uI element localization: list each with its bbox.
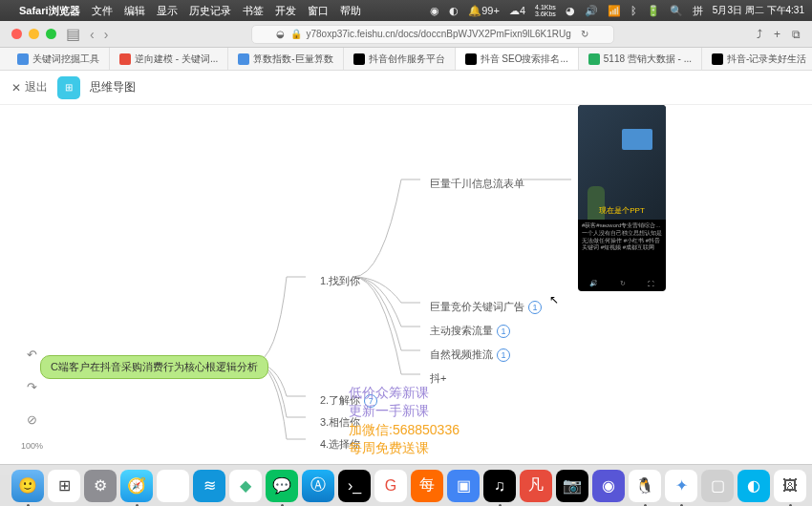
favicon-icon: [465, 53, 477, 65]
url-text: y78oxp37ic.feishu.cn/docs/doccnBpWJVX2Pm…: [306, 29, 570, 39]
clock[interactable]: 5月3日 周二 下午4:31: [713, 4, 804, 17]
safari-icon[interactable]: 🧭: [120, 470, 153, 502]
video-preview[interactable]: 现在是个PPT #获客#seoword专业营销综合... 一个人没有自己独立思想…: [578, 105, 666, 291]
bookmark-tab[interactable]: 5118 营销大数据 - ...: [579, 48, 702, 70]
vscode-icon[interactable]: ≋: [193, 470, 225, 502]
mindmap-leaf-sousuo[interactable]: 主动搜索流量1: [420, 320, 520, 342]
undo-button[interactable]: ↶: [22, 344, 43, 365]
bluetooth-icon[interactable]: ᛒ: [630, 5, 637, 16]
favicon-icon: [353, 53, 365, 65]
maximize-window-icon[interactable]: [46, 29, 56, 39]
browser-toolbar: ▤ ‹ › ◒ 🔒 y78oxp37ic.feishu.cn/docs/docc…: [0, 21, 812, 48]
connectors: [0, 105, 812, 468]
location-icon[interactable]: ◐: [449, 5, 459, 17]
camera-icon[interactable]: 📷: [556, 470, 588, 502]
app-orange-icon[interactable]: 每: [411, 470, 443, 502]
menu-edit[interactable]: 编辑: [124, 4, 145, 18]
preview-icon[interactable]: 🖼: [774, 470, 806, 502]
menu-help[interactable]: 帮助: [340, 4, 361, 18]
wechat-icon[interactable]: 💬: [266, 470, 298, 502]
menu-history[interactable]: 历史记录: [189, 4, 231, 18]
feishu-icon[interactable]: ✦: [665, 470, 697, 502]
video-description: #获客#seoword专业营销综合... 一个人没有自己独立思想认知是无法做任何…: [578, 220, 666, 255]
loop-icon[interactable]: ↻: [620, 280, 626, 287]
obs-icon[interactable]: ◉: [592, 470, 625, 502]
mindmap-leaf-tuiliu[interactable]: 自然视频推流1: [420, 344, 520, 366]
wechat-icon[interactable]: ◕: [566, 5, 575, 17]
app-cyan-icon[interactable]: ◐: [737, 470, 770, 502]
link-button[interactable]: ⊘: [22, 409, 43, 430]
document-toolbar: ✕ 退出 ⊞ 思维导图: [0, 71, 812, 105]
search-icon[interactable]: 🔍: [670, 5, 683, 17]
status-icon[interactable]: ◉: [430, 5, 439, 17]
mindmap-node-understand[interactable]: 2.了解你7: [310, 390, 387, 411]
input-icon[interactable]: 拼: [693, 4, 703, 18]
settings-icon[interactable]: ⚙: [84, 470, 117, 502]
menu-bookmarks[interactable]: 书签: [243, 4, 264, 18]
bookmark-tab[interactable]: 抖音-记录美好生活: [702, 48, 812, 70]
terminal-icon[interactable]: ›_: [338, 470, 371, 502]
exit-button[interactable]: ✕ 退出: [11, 79, 48, 95]
menu-window[interactable]: 窗口: [308, 4, 329, 18]
bookmark-tab[interactable]: 关键词挖掘工具: [8, 48, 110, 70]
app-g-icon[interactable]: G: [374, 470, 407, 502]
wifi-icon[interactable]: 📶: [608, 5, 621, 17]
speaker-icon[interactable]: 🔊: [589, 280, 598, 287]
mindmap-node-trust[interactable]: 3.相信你: [310, 411, 370, 433]
qq-icon[interactable]: 🐧: [629, 470, 661, 502]
dingtalk-icon[interactable]: ◆: [229, 470, 262, 502]
app-red-icon[interactable]: 凡: [520, 470, 552, 502]
mindmap-node-find[interactable]: 1.找到你: [310, 270, 370, 292]
doc-title: 思维导图: [90, 79, 136, 95]
chrome-icon[interactable]: ◉: [157, 470, 189, 502]
network-speed: 4.1Kbs3.6Kbs: [535, 4, 556, 17]
zoom-level[interactable]: 100%: [21, 441, 43, 451]
app-grey-icon[interactable]: ▢: [701, 470, 734, 502]
sound-icon[interactable]: 🔊: [585, 5, 598, 17]
back-button[interactable]: ‹: [90, 27, 95, 42]
reload-icon[interactable]: ↻: [581, 29, 588, 39]
forward-button[interactable]: ›: [104, 27, 109, 42]
launchpad-icon[interactable]: ⊞: [48, 470, 80, 502]
bookmark-tab[interactable]: 逆向建模 - 关键词...: [110, 48, 228, 70]
mindmap-leaf-biaodan[interactable]: 巨量千川信息流表单: [420, 173, 534, 195]
bookmark-bar: 关键词挖掘工具 逆向建模 - 关键词... 算数指数-巨量算数 抖音创作服务平台…: [0, 48, 812, 71]
favicon-icon: [588, 53, 600, 65]
mindmap-leaf-douplus[interactable]: 抖+: [420, 368, 456, 390]
favicon-icon: [17, 53, 29, 65]
favicon-icon: [712, 53, 723, 65]
mindmap-leaf-jingjia[interactable]: 巨量竞价关键词广告1: [420, 296, 551, 318]
bookmark-tab[interactable]: 抖音创作服务平台: [344, 48, 456, 70]
mindmap-canvas[interactable]: C端客户在抖音采购消费行为核心根逻辑分析 1.找到你 2.了解你7 3.相信你 …: [0, 105, 812, 468]
video-controls: 🔊 ↻ ⛶: [578, 276, 666, 291]
menu-view[interactable]: 显示: [157, 4, 178, 18]
app-blue-icon[interactable]: ▣: [447, 470, 480, 502]
bookmark-tab-active[interactable]: 抖音 SEO搜索排名...: [456, 48, 579, 70]
sidebar-icon[interactable]: ▤: [66, 25, 80, 43]
video-caption: 现在是个PPT: [578, 205, 666, 216]
macos-dock: 🙂 ⊞ ⚙ 🧭 ◉ ≋ ◆ 💬 Ⓐ ›_ G 每 ▣ ♫ 凡 📷 ◉ 🐧 ✦ ▢…: [0, 464, 812, 506]
battery-icon[interactable]: 🔋: [647, 5, 660, 17]
expand-icon[interactable]: ⛶: [648, 281, 654, 287]
appstore-icon[interactable]: Ⓐ: [302, 470, 334, 502]
app-name[interactable]: Safari浏览器: [19, 4, 80, 18]
menu-develop[interactable]: 开发: [275, 4, 296, 18]
close-window-icon[interactable]: [11, 29, 22, 39]
bookmark-tab[interactable]: 算数指数-巨量算数: [228, 48, 343, 70]
redo-button[interactable]: ↷: [22, 376, 43, 397]
share-icon[interactable]: ⤴: [757, 28, 762, 41]
douyin-icon[interactable]: ♫: [483, 470, 516, 502]
url-bar[interactable]: ◒ 🔒 y78oxp37ic.feishu.cn/docs/doccnBpWJV…: [251, 25, 614, 44]
finder-icon[interactable]: 🙂: [11, 470, 44, 502]
menu-file[interactable]: 文件: [92, 4, 113, 18]
favicon-icon: [119, 53, 131, 65]
bell-icon[interactable]: 🔔99+: [468, 5, 500, 17]
tabs-icon[interactable]: ⧉: [792, 28, 801, 41]
traffic-lights[interactable]: [11, 29, 56, 39]
cloud-icon[interactable]: ☁4: [509, 5, 525, 17]
new-tab-icon[interactable]: +: [774, 28, 780, 41]
mindmap-node-choose[interactable]: 4.选择你: [310, 433, 370, 455]
minimize-window-icon[interactable]: [29, 29, 39, 39]
mindmap-root[interactable]: C端客户在抖音采购消费行为核心根逻辑分析: [40, 355, 268, 379]
favicon-icon: [238, 53, 249, 65]
